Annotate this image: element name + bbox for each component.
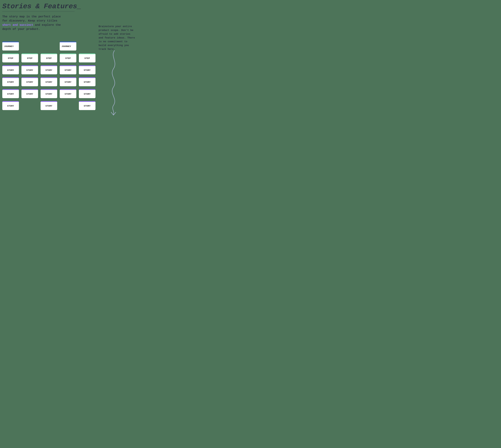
step-card[interactable]: STEP	[21, 53, 38, 63]
intro-highlight: short and succinct	[2, 23, 33, 27]
story-card[interactable]: STORY	[79, 101, 96, 110]
wavy-arrow-icon	[107, 50, 120, 118]
step-card[interactable]: STEP	[41, 53, 57, 63]
story-card[interactable]: STORY	[2, 77, 19, 86]
heading-divider	[2, 11, 74, 12]
journey-card[interactable]: JOURNEY	[2, 42, 19, 50]
intro-pre: The story map is the perfect place for d…	[2, 15, 61, 22]
story-card[interactable]: STORY	[21, 77, 38, 86]
intro-paragraph: The story map is the perfect place for d…	[2, 15, 67, 31]
story-card[interactable]: STORY	[79, 77, 96, 86]
map-column: JOURNEYSTEPSTORYSTORYSTORYSTORY	[2, 42, 19, 110]
map-column: STEPSTORYSTORYSTORYSTORY	[41, 42, 57, 110]
side-note: Brainstorm your entire product scope. Do…	[99, 25, 135, 51]
story-card[interactable]: STORY	[60, 77, 76, 86]
story-card[interactable]: STORY	[21, 65, 38, 74]
story-card[interactable]: STORY	[21, 89, 38, 98]
story-card[interactable]: STORY	[41, 65, 57, 74]
story-card[interactable]: STORY	[2, 101, 19, 110]
story-card[interactable]: STORY	[79, 89, 96, 98]
map-column: STEPSTORYSTORYSTORY	[21, 42, 38, 110]
journey-card[interactable]: JOURNEY	[60, 42, 76, 50]
map-column: JOURNEYSTEPSTORYSTORYSTORY	[60, 42, 76, 110]
map-column: STEPSTORYSTORYSTORYSTORY	[79, 42, 96, 110]
story-card[interactable]: STORY	[60, 89, 76, 98]
story-card[interactable]: STORY	[2, 89, 19, 98]
story-card[interactable]: STORY	[41, 101, 57, 110]
step-card[interactable]: STEP	[60, 53, 76, 63]
step-card[interactable]: STEP	[2, 53, 19, 63]
story-card[interactable]: STORY	[79, 65, 96, 74]
story-card[interactable]: STORY	[41, 77, 57, 86]
step-card[interactable]: STEP	[79, 53, 96, 63]
map-columns: JOURNEYSTEPSTORYSTORYSTORYSTORYSTEPSTORY…	[2, 42, 96, 110]
story-card[interactable]: STORY	[2, 65, 19, 74]
page-title: Stories & Features_	[2, 2, 135, 10]
story-card[interactable]: STORY	[41, 89, 57, 98]
story-card[interactable]: STORY	[60, 65, 76, 74]
